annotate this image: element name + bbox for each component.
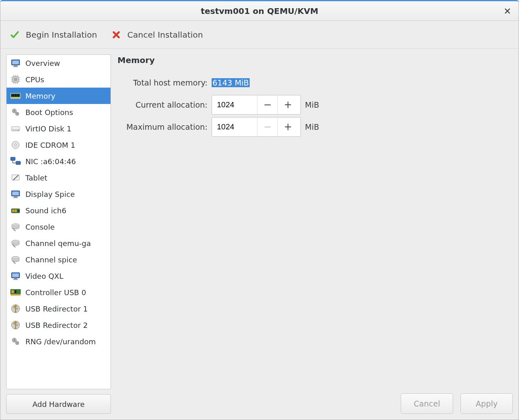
svg-rect-5 [14,78,17,81]
svg-rect-2 [14,65,17,66]
hardware-sidebar[interactable]: OverviewCPUsMemoryBoot OptionsVirtIO Dis… [6,54,111,389]
gears-icon [10,336,21,347]
sidebar-item-usb-redirector-1[interactable]: USB Redirector 1 [7,300,111,317]
total-host-memory-value: 6143 MiB [212,78,250,87]
begin-installation-button[interactable]: Begin Installation [7,28,99,42]
window-close-button[interactable]: ✕ [504,6,511,16]
svg-point-45 [18,210,19,212]
svg-rect-1 [12,61,19,64]
sidebar-item-label: Tablet [25,174,47,182]
svg-rect-34 [11,157,15,160]
maximum-allocation-minus-button[interactable]: − [257,117,278,136]
sidebar-item-tablet[interactable]: Tablet [7,169,111,186]
current-allocation-unit: MiB [305,100,319,109]
sidebar-wrap: OverviewCPUsMemoryBoot OptionsVirtIO Dis… [6,54,111,420]
sidebar-item-overview[interactable]: Overview [7,55,111,71]
sidebar-item-label: Display Spice [25,190,75,199]
vm-config-window: testvm001 on QEMU/KVM ✕ Begin Installati… [0,0,519,420]
serial-icon [10,254,21,265]
sidebar-item-label: Overview [25,59,60,68]
svg-rect-50 [12,273,19,277]
sidebar-item-label: USB Redirector 2 [25,321,88,330]
sidebar-item-label: CPUs [25,75,44,84]
svg-rect-20 [13,94,14,97]
svg-rect-51 [14,278,17,279]
cdrom-icon [10,139,21,151]
sidebar-item-label: RNG /dev/urandom [25,337,96,346]
svg-rect-40 [14,196,17,197]
svg-rect-41 [13,197,18,198]
current-allocation-plus-button[interactable]: + [278,95,298,114]
sidebar-item-ide-cdrom-1[interactable]: IDE CDROM 1 [7,137,111,153]
svg-rect-39 [12,192,19,195]
svg-rect-19 [11,94,13,97]
sidebar-item-console[interactable]: Console [7,219,111,235]
sidebar-item-display-spice[interactable]: Display Spice [7,186,111,202]
row-total-host-memory: Total host memory: 6143 MiB [117,72,513,94]
sidebar-item-label: NIC :a6:04:46 [25,157,76,166]
sidebar-item-usb-redirector-2[interactable]: USB Redirector 2 [7,317,111,333]
tablet-icon [10,172,21,183]
monitor-icon [10,270,21,282]
cross-icon [111,29,122,40]
sidebar-item-boot-options[interactable]: Boot Options [7,104,111,120]
maximum-allocation-plus-button[interactable]: + [278,117,298,136]
svg-rect-23 [18,94,19,97]
usb-icon [10,303,21,314]
svg-rect-35 [16,161,20,165]
nic-icon [10,156,21,167]
sidebar-item-controller-usb-0[interactable]: Controller USB 0 [7,284,111,300]
footer: Cancel Apply [401,393,513,414]
ram-icon [10,90,21,102]
svg-point-62 [14,339,15,341]
begin-installation-label: Begin Installation [26,30,97,40]
body: OverviewCPUsMemoryBoot OptionsVirtIO Dis… [0,49,519,420]
apply-button[interactable]: Apply [460,393,513,414]
svg-rect-44 [15,210,17,212]
cancel-installation-label: Cancel Installation [127,30,203,40]
sidebar-item-rng-dev-urandom[interactable]: RNG /dev/urandom [7,333,111,350]
gears-icon [10,106,21,118]
svg-point-31 [18,130,19,131]
sidebar-item-label: Memory [25,92,55,100]
svg-rect-43 [12,210,14,212]
disk-icon [10,123,21,134]
add-hardware-button[interactable]: Add Hardware [6,394,111,414]
maximum-allocation-input[interactable] [212,117,257,136]
sidebar-item-label: Channel qemu-ga [25,239,91,248]
cancel-installation-button[interactable]: Cancel Installation [108,28,205,42]
current-allocation-input[interactable] [212,95,257,114]
svg-point-58 [15,311,16,313]
total-host-memory-label: Total host memory: [117,78,212,87]
sidebar-item-cpus[interactable]: CPUs [7,71,111,88]
sidebar-item-nic-a6-04-46[interactable]: NIC :a6:04:46 [7,153,111,169]
sidebar-item-memory[interactable]: Memory [7,88,111,104]
sidebar-item-label: Console [25,223,54,231]
svg-rect-22 [16,94,18,97]
svg-rect-54 [11,290,14,293]
serial-icon [10,221,21,233]
svg-rect-21 [15,94,16,97]
sidebar-item-virtio-disk-1[interactable]: VirtIO Disk 1 [7,120,111,137]
sidebar-item-label: Boot Options [25,108,73,117]
window-title: testvm001 on QEMU/KVM [201,6,318,16]
maximum-allocation-label: Maximum allocation: [117,122,212,131]
svg-point-28 [17,113,18,115]
sidebar-item-label: Channel spice [25,255,77,264]
sidebar-item-sound-ich6[interactable]: Sound ich6 [7,202,111,219]
sidebar-item-label: Video QXL [25,272,63,280]
usb-icon [10,319,21,331]
pci-icon [10,287,21,298]
serial-icon [10,237,21,249]
maximum-allocation-spin: − + [212,117,301,137]
sidebar-item-label: VirtIO Disk 1 [25,124,71,133]
cancel-button[interactable]: Cancel [401,393,453,414]
svg-point-26 [14,110,15,112]
row-current-allocation: Current allocation: − + MiB [117,94,513,116]
sidebar-item-channel-qemu-ga[interactable]: Channel qemu-ga [7,235,111,251]
row-maximum-allocation: Maximum allocation: − + MiB [117,116,513,138]
sidebar-item-video-qxl[interactable]: Video QXL [7,268,111,284]
panel-title: Memory [117,55,513,65]
current-allocation-minus-button[interactable]: − [257,95,278,114]
sidebar-item-channel-spice[interactable]: Channel spice [7,251,111,268]
